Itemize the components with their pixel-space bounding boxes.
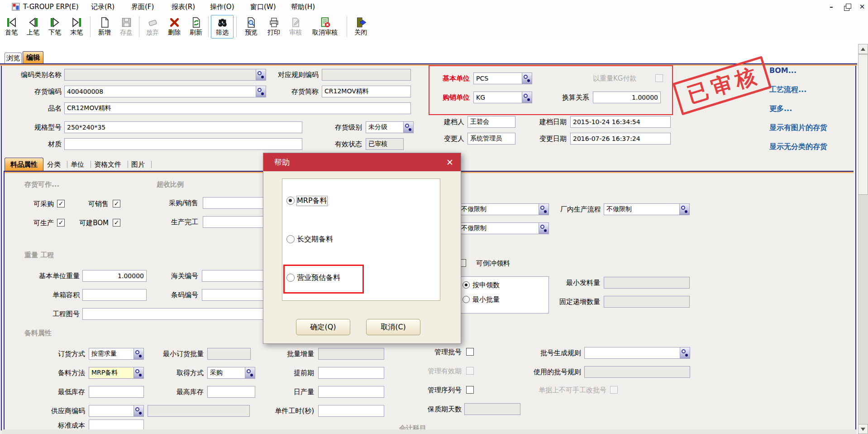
unit-time-field[interactable] [318, 405, 384, 417]
menu-record[interactable]: 记录(R) [91, 2, 114, 11]
max-stock-field[interactable] [207, 386, 255, 398]
toolbar-print-button[interactable]: 打印 [263, 15, 284, 39]
menu-view[interactable]: 界面(F) [131, 2, 154, 11]
dialog-ok-button[interactable]: 确定(Q) [296, 319, 350, 335]
issue-by-apply-radio[interactable] [463, 281, 470, 289]
lookup-icon[interactable] [134, 348, 143, 359]
lookup-icon[interactable] [256, 86, 266, 97]
dialog-close-button[interactable]: ✕ [444, 156, 456, 168]
material-field[interactable] [64, 138, 302, 150]
link-process-flow[interactable]: 工艺流程... [769, 85, 806, 95]
toolbar-first-record-button[interactable]: 首笔 [1, 15, 22, 39]
lookup-icon[interactable] [522, 92, 532, 103]
lookup-icon[interactable] [522, 73, 532, 84]
trade-unit-field[interactable]: KG [473, 92, 532, 103]
dialog-option-long-lead[interactable]: 长交期备料 [286, 234, 422, 245]
toolbar-prev-record-button[interactable]: 上笔 [23, 15, 43, 39]
producible-checkbox[interactable] [57, 219, 65, 227]
spec-value: 250*240*35 [67, 124, 300, 131]
toolbar-label: 筛选 [216, 29, 229, 36]
radio-icon[interactable] [286, 197, 295, 205]
toolbar-preview-button[interactable]: 预览 [241, 15, 262, 39]
link-bom[interactable]: BOM... [769, 66, 796, 75]
conversion-field[interactable]: 1.00000 [593, 92, 661, 103]
batch-rule-field[interactable] [584, 347, 690, 359]
factory-flow-field[interactable]: 不做限制 [604, 203, 690, 215]
link-more[interactable]: 更多... [769, 104, 792, 114]
manage-serial-checkbox[interactable] [466, 386, 474, 394]
item-name-field[interactable]: CR12MOV精料 [64, 102, 411, 114]
supplier-code-field[interactable] [89, 405, 144, 417]
toolbar-last-record-button[interactable]: 末笔 [66, 15, 87, 39]
toolbar-refresh-button[interactable]: 刷新 [186, 15, 206, 39]
link-show-unclassified[interactable]: 显示无分类的存货 [769, 142, 827, 152]
manage-batch-checkbox[interactable] [466, 348, 474, 356]
acquire-mode-field[interactable]: 采购 [207, 367, 255, 379]
scroll-up-button[interactable] [858, 44, 868, 54]
toolbar-next-record-button[interactable]: 下笔 [44, 15, 65, 39]
daily-output-field[interactable] [318, 386, 384, 398]
menu-report[interactable]: 报表(R) [172, 2, 195, 11]
lookup-icon[interactable] [539, 223, 548, 234]
scroll-down-button[interactable] [858, 424, 868, 434]
level-field[interactable]: 未分级 [366, 121, 414, 133]
toolbar-new-button[interactable]: 新增 [94, 15, 115, 39]
menu-app[interactable]: T-GROUP ERP(E) [23, 2, 79, 11]
toolbar-separator [139, 16, 139, 37]
link-show-with-images[interactable]: 显示有图片的存货 [769, 123, 827, 133]
radio-icon[interactable] [286, 235, 295, 243]
code-category-field[interactable] [64, 69, 266, 81]
lookup-icon[interactable] [134, 405, 143, 416]
dialog-title-bar[interactable]: 帮助 [263, 153, 461, 171]
subtab-item-properties[interactable]: 料品属性 [5, 158, 43, 171]
window-minimize-button[interactable]: – [825, 2, 837, 12]
item-abbr-field[interactable]: CR12MOV精料 [322, 86, 411, 97]
lookup-icon[interactable] [403, 122, 413, 133]
toolbar-cancel-audit-button[interactable]: 取消审核 [307, 15, 343, 39]
lookup-icon[interactable] [134, 367, 143, 378]
restriction-field-2[interactable]: 不做限制 [458, 222, 549, 234]
spec-field[interactable]: 250*240*35 [64, 121, 302, 133]
lookup-icon[interactable] [256, 69, 266, 80]
purchasable-checkbox[interactable] [57, 200, 65, 207]
leadtime-field[interactable] [318, 367, 384, 379]
cancel-audit-icon [319, 16, 331, 29]
prepare-method-field[interactable]: MRP备料 [89, 367, 144, 379]
base-unit-field[interactable]: PCS [473, 72, 532, 84]
subtab-images[interactable]: 图片 [131, 159, 149, 170]
issue-min-batch-radio[interactable] [463, 296, 470, 303]
box-volume-field[interactable] [82, 289, 147, 301]
subtab-qualification-files[interactable]: 资格文件 [94, 159, 126, 170]
subtab-classification[interactable]: 分类 [47, 159, 65, 170]
item-code-field[interactable]: 400400008 [64, 86, 266, 97]
window-restore-button[interactable] [841, 2, 853, 12]
subtab-units[interactable]: 单位 [71, 159, 89, 170]
lookup-icon[interactable] [680, 347, 690, 358]
unit-weight-field[interactable]: 1.00000 [82, 270, 147, 282]
min-stock-field[interactable] [89, 386, 144, 398]
lookup-icon[interactable] [679, 204, 689, 215]
scrollbar-thumb[interactable] [858, 54, 868, 195]
tab-browse[interactable]: 浏览 [5, 53, 22, 63]
lookup-icon[interactable] [539, 204, 548, 215]
dialog-cancel-button[interactable]: 取消(C) [366, 319, 420, 335]
toolbar-filter-button[interactable]: 筛选 [211, 15, 234, 39]
toolbar-delete-button[interactable]: 删除 [164, 15, 185, 39]
window-close-button[interactable]: ✕ [856, 2, 868, 12]
tab-edit[interactable]: 编辑 [23, 51, 43, 63]
toolbar-close-button[interactable]: 关闭 [350, 15, 371, 39]
dialog-option-mrp[interactable]: MRP备料 [286, 195, 422, 206]
bom-allowed-checkbox[interactable] [113, 219, 120, 227]
supplier-name-field [148, 405, 250, 417]
manage-expiry-checkbox [466, 367, 474, 375]
preview-icon [245, 16, 258, 29]
restriction-field-1[interactable]: 不做限制 [458, 203, 549, 215]
drawing-no-field[interactable] [82, 308, 284, 320]
menu-action[interactable]: 操作(O) [210, 2, 234, 11]
batch-increment-label: 批量增量 [281, 348, 314, 360]
sellable-checkbox[interactable] [113, 200, 120, 207]
menu-help[interactable]: 帮助(H) [291, 2, 315, 11]
menu-window[interactable]: 窗口(W) [250, 2, 276, 11]
lookup-icon[interactable] [245, 367, 255, 378]
order-mode-field[interactable]: 按需求量 [89, 348, 144, 360]
